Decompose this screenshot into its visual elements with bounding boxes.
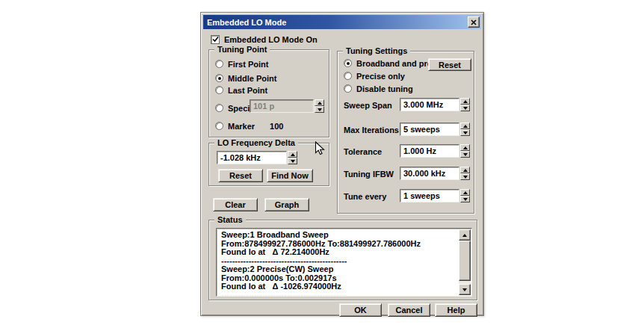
status-log: Sweep:1 Broadband Sweep From:878499927.7… — [221, 231, 456, 297]
radio-label: Last Point — [228, 86, 267, 95]
triangle-down-icon — [463, 107, 468, 110]
triangle-up-icon — [462, 234, 467, 237]
radio-icon — [215, 60, 223, 68]
radio-last-point[interactable]: Last Point — [215, 85, 267, 95]
status-textarea[interactable]: Sweep:1 Broadband Sweep From:878499927.7… — [216, 228, 472, 297]
dialog-titlebar[interactable]: Embedded LO Mode — [203, 15, 481, 29]
radio-icon — [215, 86, 223, 94]
ok-button[interactable]: OK — [339, 303, 382, 317]
tuning-settings-reset-button[interactable]: Reset — [428, 58, 471, 71]
button-label: Clear — [225, 200, 246, 209]
triangle-down-icon — [463, 153, 468, 156]
radio-marker[interactable]: Marker 100 — [215, 121, 283, 131]
spinner-up-button[interactable] — [460, 189, 470, 196]
button-label: Cancel — [395, 306, 422, 315]
check-icon — [212, 36, 219, 43]
status-group: Status Sweep:1 Broadband Sweep From:8784… — [208, 220, 477, 300]
tuning-ifbw-label: Tuning IFBW — [344, 170, 394, 179]
status-legend: Status — [214, 215, 246, 225]
graph-button[interactable]: Graph — [264, 198, 309, 211]
triangle-up-icon — [463, 191, 468, 194]
status-line: Found lo at Δ -1026.974000Hz — [221, 282, 456, 291]
status-line: From:878499927.786000Hz To:881499927.786… — [221, 240, 456, 249]
cancel-button[interactable]: Cancel — [388, 303, 430, 317]
triangle-up-icon — [318, 102, 322, 105]
max-iterations-label: Max Iterations — [344, 126, 399, 134]
triangle-down-icon — [462, 288, 467, 291]
tuning-settings-legend: Tuning Settings — [343, 46, 410, 56]
help-button[interactable]: Help — [435, 303, 477, 317]
spinner-up-button[interactable] — [288, 151, 297, 158]
sweep-span-spinner — [460, 98, 470, 111]
tuning-ifbw-spinner — [460, 167, 470, 180]
close-icon — [471, 19, 477, 25]
lo-frequency-delta-field: -1.028 kHz — [217, 151, 297, 164]
spinner-down-button[interactable] — [460, 129, 470, 136]
radio-label: Precise only — [356, 72, 405, 81]
radio-label: First Point — [228, 60, 268, 69]
spinner-down-button[interactable] — [460, 173, 470, 180]
radio-icon — [344, 72, 352, 80]
triangle-up-icon — [463, 146, 468, 149]
tuning-ifbw-field: 30.000 kHz — [400, 167, 470, 180]
spinner-down-button[interactable] — [460, 196, 470, 202]
status-scrollbar[interactable] — [459, 229, 471, 295]
tune-every-spinner — [460, 189, 470, 202]
button-label: OK — [354, 306, 367, 315]
scroll-up-button[interactable] — [459, 229, 471, 241]
radio-selected-icon — [344, 59, 352, 67]
radio-middle-point[interactable]: Middle Point — [215, 73, 276, 83]
spinner-up-button[interactable] — [460, 167, 470, 173]
find-now-button[interactable]: Find Now — [267, 169, 313, 182]
button-label: Graph — [275, 200, 299, 209]
radio-first-point[interactable]: First Point — [215, 59, 268, 69]
max-iterations-input[interactable]: 5 sweeps — [400, 123, 459, 136]
scrollbar-thumb[interactable] — [459, 241, 471, 281]
tuning-ifbw-input[interactable]: 30.000 kHz — [400, 167, 459, 180]
tuning-point-group: Tuning Point First Point Middle Point La… — [208, 49, 329, 137]
embedded-lo-mode-on-checkbox[interactable]: Embedded LO Mode On — [211, 34, 318, 44]
tune-every-input[interactable]: 1 sweeps — [400, 189, 459, 202]
status-separator: ----------------------------------------… — [221, 291, 456, 297]
scroll-down-button[interactable] — [459, 284, 471, 295]
spinner-up-button[interactable] — [460, 123, 470, 129]
lo-frequency-delta-input[interactable]: -1.028 kHz — [217, 151, 287, 164]
lo-delta-reset-button[interactable]: Reset — [218, 169, 263, 182]
lo-frequency-delta-group: LO Frequency Delta -1.028 kHz Reset Find… — [208, 143, 329, 186]
spinner-down-button[interactable] — [460, 105, 470, 111]
triangle-up-icon — [463, 125, 468, 128]
spinner-down-button[interactable] — [288, 158, 297, 164]
tolerance-input[interactable]: 1.000 Hz — [400, 144, 459, 158]
spinner-down-button[interactable] — [460, 151, 470, 158]
lo-frequency-delta-spinner — [288, 151, 297, 164]
specify-value-field: 101 p — [250, 99, 324, 113]
marker-value: 100 — [270, 122, 283, 131]
triangle-down-icon — [291, 160, 295, 163]
radio-label: Disable tuning — [356, 84, 413, 93]
max-iterations-field: 5 sweeps — [400, 123, 470, 136]
radio-disable-tuning[interactable]: Disable tuning — [344, 84, 413, 93]
dialog-title: Embedded LO Mode — [207, 18, 286, 27]
clear-button[interactable]: Clear — [213, 198, 258, 211]
specify-spinner — [315, 99, 324, 113]
status-line: Sweep:2 Precise(CW) Sweep — [221, 265, 456, 274]
tune-every-label: Tune every — [344, 192, 386, 201]
spinner-up-button[interactable] — [460, 98, 470, 105]
radio-precise-only[interactable]: Precise only — [344, 71, 405, 81]
sweep-span-label: Sweep Span — [344, 101, 392, 110]
radio-icon — [215, 104, 223, 112]
spinner-down-button[interactable] — [315, 106, 324, 113]
triangle-down-icon — [463, 131, 468, 134]
triangle-down-icon — [463, 176, 468, 179]
tolerance-spinner — [460, 144, 470, 158]
spinner-up-button[interactable] — [315, 99, 324, 106]
lo-frequency-delta-legend: LO Frequency Delta — [214, 138, 298, 148]
specify-value-input[interactable]: 101 p — [250, 99, 314, 113]
close-button[interactable] — [468, 16, 480, 28]
button-label: Reset — [439, 61, 461, 69]
sweep-span-input[interactable]: 3.000 MHz — [400, 98, 459, 111]
desktop: { "window": { "title": "Embedded LO Mode… — [0, 0, 644, 325]
status-line: Sweep:1 Broadband Sweep — [221, 231, 456, 240]
spinner-up-button[interactable] — [460, 144, 470, 151]
radio-icon — [215, 122, 223, 130]
